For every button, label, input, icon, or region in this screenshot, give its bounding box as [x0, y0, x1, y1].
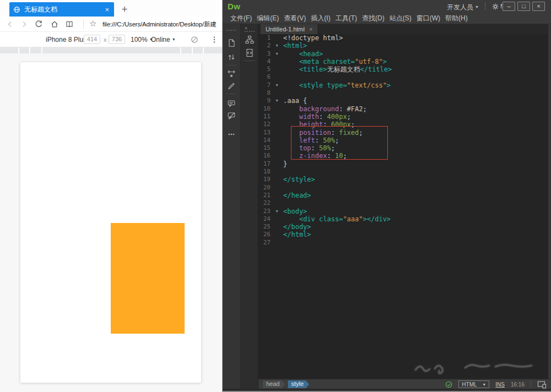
inspect-brush-icon[interactable] [227, 81, 236, 90]
reading-list-icon[interactable] [65, 20, 74, 29]
menu-item[interactable]: 站点(S) [390, 14, 412, 23]
window-bottom-edge[interactable] [223, 389, 551, 392]
line-number: 23 [258, 208, 273, 215]
media-query-segment[interactable] [0, 47, 18, 53]
line-number: 20 [258, 184, 273, 192]
line-text: </body> [281, 223, 311, 231]
media-query-segment[interactable] [30, 47, 41, 53]
home-icon[interactable] [50, 20, 59, 29]
chevron-down-icon: ▼ [482, 383, 486, 386]
viewport-height-input[interactable]: 736 [109, 35, 125, 44]
dom-panel-icon[interactable] [245, 35, 254, 44]
toolbar-grip[interactable] [226, 30, 236, 31]
fold-arrow-icon[interactable]: ▼ [273, 97, 281, 105]
menu-item[interactable]: 工具(T) [336, 14, 357, 23]
code-line[interactable]: 6 [258, 73, 548, 81]
tag-crumb-head[interactable]: head [263, 380, 285, 388]
code-line[interactable]: 3▼ <head> [258, 50, 548, 58]
more-options-icon[interactable] [210, 35, 219, 44]
media-query-segment[interactable] [19, 47, 29, 53]
fold-arrow-icon[interactable]: ▼ [273, 81, 281, 89]
back-icon[interactable] [6, 20, 14, 29]
doc-type-dropdown[interactable]: HTML▼ [458, 380, 489, 388]
menu-item[interactable]: 编辑(E) [257, 14, 279, 23]
code-line[interactable]: 7▼ <style type="text/css"> [258, 81, 548, 89]
code-view[interactable]: 1<!doctype html>2▼<html>3▼ <head>4 <meta… [258, 34, 548, 379]
tag-selector-path: headstyle [263, 380, 309, 388]
zoom-selector[interactable]: 100%▼ [131, 36, 153, 43]
editor-scroll-track[interactable] [548, 24, 551, 379]
files-panel-icon[interactable] [245, 48, 254, 57]
media-query-segment[interactable] [193, 47, 203, 53]
gear-icon[interactable] [491, 2, 500, 11]
device-preview-icon[interactable] [537, 380, 547, 389]
code-line[interactable]: 2▼<html> [258, 42, 548, 50]
refresh-icon[interactable] [34, 20, 43, 29]
code-line[interactable]: 8 [258, 89, 548, 97]
code-line[interactable]: 20 [258, 184, 548, 192]
throttle-off-icon[interactable] [190, 35, 199, 44]
code-line[interactable]: 27 [258, 239, 548, 247]
panel-grip[interactable] [245, 31, 255, 32]
code-line[interactable]: 22 [258, 199, 548, 207]
tab-close-icon[interactable]: × [105, 6, 109, 13]
code-line[interactable]: 25</body> [258, 223, 548, 231]
menu-item[interactable]: 查找(D) [362, 14, 385, 23]
code-line[interactable]: 18 [258, 168, 548, 176]
code-line[interactable]: 24 <div class="aaa"></div> [258, 215, 548, 223]
menu-item[interactable]: 帮助(H) [445, 14, 468, 23]
file-management-icon[interactable] [227, 53, 236, 62]
dw-menubar: 文件(F)编辑(E)查看(V)插入(I)工具(T)查找(D)站点(S)窗口(W)… [223, 13, 551, 24]
bookmark-star-icon[interactable]: ☆ [89, 19, 96, 29]
code-line[interactable]: 26</html> [258, 231, 548, 238]
fold-gutter [273, 58, 281, 66]
menu-item[interactable]: 插入(I) [311, 14, 330, 23]
menu-item[interactable]: 文件(F) [230, 14, 252, 23]
code-line[interactable]: 10 background: #FA2; [258, 105, 548, 113]
code-line[interactable]: 23▼<body> [258, 208, 548, 215]
line-text [281, 89, 283, 97]
remove-comment-icon[interactable] [227, 111, 236, 120]
live-view-options-icon[interactable] [227, 69, 236, 78]
fold-arrow-icon[interactable]: ▼ [273, 42, 281, 50]
code-line[interactable]: 9▼.aaa { [258, 97, 548, 105]
insert-mode-indicator: INS [495, 382, 505, 388]
line-text: <body> [281, 208, 307, 215]
menu-item[interactable]: 查看(V) [284, 14, 306, 23]
dw-logo: Dw [228, 2, 241, 11]
media-query-segment[interactable] [42, 47, 180, 53]
browser-tab[interactable]: 无标题文档 × [9, 2, 114, 17]
maximize-button[interactable]: □ [517, 2, 530, 11]
line-text: </style> [281, 176, 315, 183]
code-line[interactable]: 11 width: 400px; [258, 113, 548, 121]
chevron-down-icon: ▼ [475, 5, 479, 9]
more-tools-icon[interactable] [227, 130, 236, 139]
code-line[interactable]: 1<!doctype html> [258, 34, 548, 42]
code-line[interactable]: 5 <title>无标题文档</title> [258, 66, 548, 73]
media-query-segment[interactable] [204, 47, 222, 53]
tag-crumb-style[interactable]: style [288, 380, 309, 388]
code-line[interactable]: 4 <meta charset="utf-8"> [258, 58, 548, 66]
fold-arrow-icon[interactable]: ▼ [273, 50, 281, 58]
code-line[interactable]: 19</style> [258, 176, 548, 183]
workspace-switcher[interactable]: 开发人员▼ [447, 3, 479, 12]
tab-close-icon[interactable]: × [309, 26, 312, 32]
open-documents-icon[interactable] [227, 39, 236, 47]
lint-ok-icon [445, 381, 452, 388]
minimize-button[interactable]: – [503, 2, 515, 11]
menu-item[interactable]: 窗口(W) [417, 14, 440, 23]
new-tab-button[interactable]: + [118, 3, 131, 16]
forward-icon[interactable] [20, 20, 29, 29]
close-button[interactable]: × [532, 2, 545, 11]
media-query-segment[interactable] [181, 47, 192, 53]
line-text: <div class="aaa"></div> [281, 215, 391, 223]
document-tab[interactable]: Untitled-1.html× [261, 24, 317, 34]
expand-panels-icon[interactable]: » [245, 25, 248, 31]
code-line[interactable]: 21</head> [258, 192, 548, 199]
apply-comment-icon[interactable] [227, 99, 236, 108]
fold-arrow-icon[interactable]: ▼ [273, 208, 281, 215]
code-line[interactable]: 17} [258, 160, 548, 168]
viewport-width-input[interactable]: 414 [84, 35, 100, 44]
address-url[interactable]: file:///C:/Users/Administrator/Desktop/新… [102, 20, 222, 29]
network-selector[interactable]: Online▼ [151, 36, 176, 43]
